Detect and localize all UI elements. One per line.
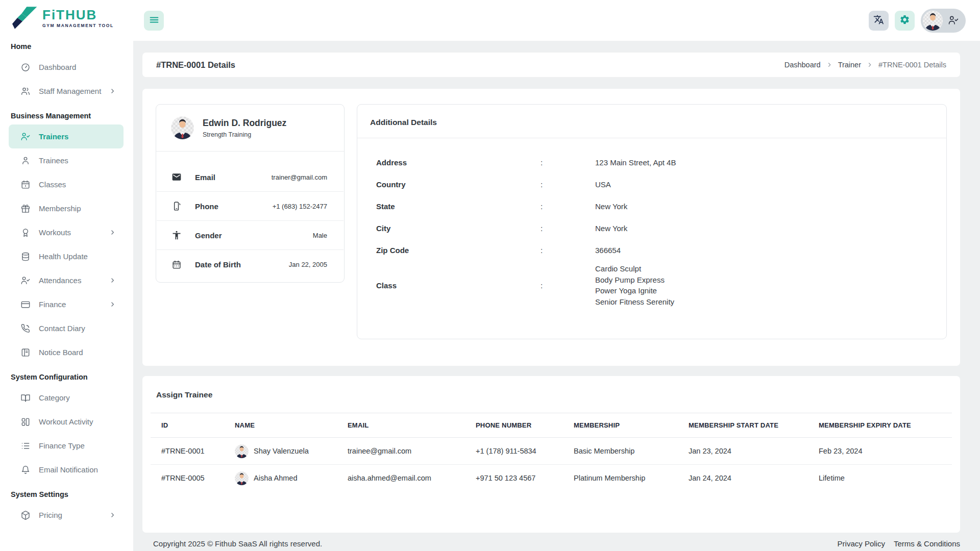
- topbar-actions: [869, 9, 966, 33]
- footer-link-privacy-policy[interactable]: Privacy Policy: [838, 539, 885, 548]
- trainer-contact-list: Email trainer@gmail.com Phone +1 (683) 1…: [156, 152, 344, 282]
- sidebar-section-home: Home: [0, 34, 133, 55]
- trainee-email: trainee@gmail.com: [337, 438, 465, 465]
- user-check-icon: [20, 132, 31, 142]
- contact-value: Jan 22, 2005: [289, 261, 327, 268]
- sidebar: FiTHUB GYM MANAGEMENT TOOL Home Dashboar…: [0, 0, 133, 551]
- detail-separator: :: [541, 224, 595, 233]
- chevron-right-icon: [109, 511, 116, 519]
- sidebar-item-attendances[interactable]: Attendances: [9, 268, 124, 292]
- chevron-right-icon: [109, 87, 116, 95]
- user-avatar: [923, 11, 943, 31]
- content: #TRNE-0001 Details DashboardTrainer#TRNE…: [133, 41, 980, 551]
- trainee-membership-expiry: Feb 23, 2024: [808, 438, 952, 465]
- contact-label: Date of Birth: [195, 260, 289, 269]
- detail-row-state: State : New York: [357, 195, 946, 217]
- sidebar-nav: Home Dashboard Staff Management Business…: [0, 34, 133, 527]
- sidebar-item-category[interactable]: Category: [9, 386, 124, 410]
- assign-trainee-table: IDNAMEEMAILPHONE NUMBERMEMBERSHIPMEMBERS…: [151, 413, 952, 492]
- detail-row-city: City : New York: [357, 217, 946, 239]
- menu-button[interactable]: [144, 11, 164, 31]
- award-icon: [20, 228, 31, 238]
- sidebar-item-finance[interactable]: Finance: [9, 292, 124, 316]
- sidebar-item-workouts[interactable]: Workouts: [9, 220, 124, 244]
- breadcrumb-item-trainer[interactable]: Trainer: [838, 61, 861, 69]
- additional-details-card: Additional Details Address : 123 Main St…: [357, 104, 947, 339]
- contact-label: Email: [195, 173, 272, 182]
- detail-label: Address: [376, 158, 541, 167]
- chevron-right-icon: [109, 229, 116, 236]
- sidebar-item-dashboard[interactable]: Dashboard: [9, 55, 124, 79]
- footer-link-terms-conditions[interactable]: Terms & Conditions: [894, 539, 960, 548]
- contact-value: Male: [313, 232, 327, 239]
- trainee-phone: +1 (178) 911-5834: [465, 438, 563, 465]
- sidebar-item-email-notification[interactable]: Email Notification: [9, 458, 124, 482]
- trainee-avatar: [235, 471, 249, 485]
- trainee-membership-start: Jan 23, 2024: [678, 438, 808, 465]
- sidebar-item-health-update[interactable]: Health Update: [9, 244, 124, 268]
- contact-row-gender: Gender Male: [157, 221, 344, 250]
- user-check-icon: [948, 15, 959, 26]
- user-check-icon: [20, 276, 31, 286]
- breadcrumb-item-dashboard[interactable]: Dashboard: [785, 61, 821, 69]
- profile-menu[interactable]: [921, 9, 966, 33]
- trainee-id: #TRNE-0001: [151, 438, 224, 465]
- sidebar-item-finance-type[interactable]: Finance Type: [9, 434, 124, 458]
- calendar-event-icon: [172, 260, 182, 270]
- contact-value: trainer@gmail.com: [272, 173, 327, 181]
- main-area: #TRNE-0001 Details DashboardTrainer#TRNE…: [133, 0, 980, 551]
- settings-button[interactable]: [895, 11, 915, 31]
- sidebar-item-classes[interactable]: Classes: [9, 172, 124, 196]
- detail-label: Country: [376, 180, 541, 189]
- detail-separator: :: [541, 180, 595, 189]
- trainer-avatar: [171, 116, 194, 139]
- topbar: [133, 0, 980, 41]
- trainee-avatar: [235, 444, 249, 458]
- breadcrumb: DashboardTrainer#TRNE-0001 Details: [785, 61, 946, 69]
- app-root: FiTHUB GYM MANAGEMENT TOOL Home Dashboar…: [0, 0, 980, 551]
- sidebar-item-notice-board[interactable]: Notice Board: [9, 340, 124, 364]
- sidebar-item-trainers[interactable]: Trainers: [9, 124, 124, 148]
- sidebar-item-contact-diary[interactable]: Contact Diary: [9, 316, 124, 340]
- trainee-membership-start: Jan 24, 2024: [678, 465, 808, 492]
- sidebar-item-trainees[interactable]: Trainees: [9, 148, 124, 172]
- gear-icon: [899, 14, 910, 27]
- trainer-name: Edwin D. Rodriguez: [203, 118, 286, 129]
- menu-icon: [149, 14, 160, 27]
- sidebar-item-staff-management[interactable]: Staff Management: [9, 79, 124, 103]
- additional-details-title: Additional Details: [357, 105, 946, 138]
- grid-icon: [20, 417, 31, 427]
- contact-label: Phone: [195, 202, 273, 211]
- contact-value: +1 (683) 152-2477: [273, 203, 327, 210]
- detail-row-zip-code: Zip Code : 366654: [357, 239, 946, 261]
- users-icon: [20, 86, 31, 96]
- detail-label: City: [376, 224, 541, 233]
- copyright-text: Copyright 2025 © Fithub SaaS All rights …: [153, 539, 322, 548]
- trainee-membership: Basic Membership: [563, 438, 678, 465]
- trainee-id: #TRNE-0005: [151, 465, 224, 492]
- trainer-profile-section: Edwin D. Rodriguez Strength Training Ema…: [142, 89, 960, 366]
- package-icon: [20, 510, 31, 520]
- detail-row-country: Country : USA: [357, 173, 946, 195]
- column-header-membership-expiry-date: MEMBERSHIP EXPIRY DATE: [808, 413, 952, 438]
- page-title-card: #TRNE-0001 Details DashboardTrainer#TRNE…: [142, 53, 960, 77]
- translate-button[interactable]: [869, 11, 889, 31]
- assign-trainee-card: Assign Trainee IDNAMEEMAILPHONE NUMBERME…: [142, 376, 960, 533]
- trainee-row[interactable]: #TRNE-0005 Aisha Ahmed aisha.ahmed@email…: [151, 465, 952, 492]
- assign-trainee-table-body: #TRNE-0001 Shay Valenzuela trainee@gmail…: [151, 438, 952, 492]
- sidebar-item-workout-activity[interactable]: Workout Activity: [9, 410, 124, 434]
- contact-label: Gender: [195, 231, 313, 240]
- fithub-logo[interactable]: FiTHUB GYM MANAGEMENT TOOL: [0, 0, 133, 34]
- list-icon: [20, 441, 31, 451]
- sidebar-section-system-configuration: System Configuration: [0, 364, 133, 386]
- credit-card-icon: [20, 299, 31, 310]
- trainee-row[interactable]: #TRNE-0001 Shay Valenzuela trainee@gmail…: [151, 438, 952, 465]
- user-icon: [20, 156, 31, 166]
- trainee-membership-expiry: Lifetime: [808, 465, 952, 492]
- sidebar-item-membership[interactable]: Membership: [9, 196, 124, 220]
- sidebar-item-pricing[interactable]: Pricing: [9, 503, 124, 527]
- detail-separator: :: [541, 158, 595, 167]
- sidebar-section-system-settings: System Settings: [0, 482, 133, 503]
- trainee-phone: +971 50 123 4567: [465, 465, 563, 492]
- column-header-email: EMAIL: [337, 413, 465, 438]
